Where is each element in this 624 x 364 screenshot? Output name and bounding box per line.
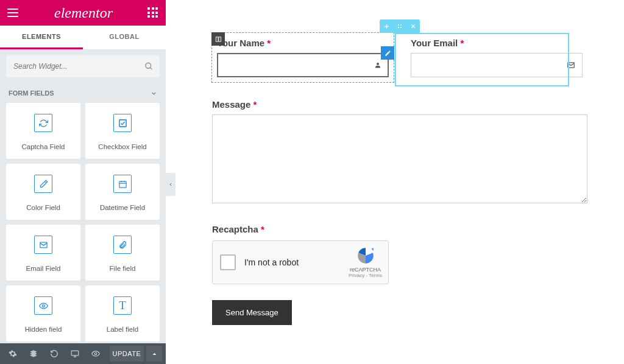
- svg-point-17: [400, 24, 402, 26]
- section-controls: [380, 19, 420, 33]
- preview-icon[interactable]: [87, 345, 105, 363]
- canvas: Your Name * Your Email * Message * Recap…: [176, 0, 624, 364]
- tab-global[interactable]: GLOBAL: [83, 26, 166, 49]
- svg-point-0: [146, 63, 151, 68]
- svg-marker-27: [371, 248, 373, 251]
- recaptcha-checkbox[interactable]: [220, 254, 236, 270]
- widgets-grid: Captcha Field Checkbox Field Color Field…: [0, 103, 166, 343]
- svg-rect-3: [119, 181, 126, 187]
- recaptcha-widget: I'm not a robot reCAPTCHA Privacy - Term…: [212, 240, 389, 284]
- settings-icon[interactable]: [4, 345, 22, 363]
- name-field-column[interactable]: Your Name *: [212, 33, 394, 82]
- widget-email-field[interactable]: Email Field: [6, 225, 80, 281]
- responsive-icon[interactable]: [66, 345, 84, 363]
- text-icon: T: [113, 296, 132, 315]
- checkbox-icon: [113, 114, 132, 132]
- recaptcha-logo-icon: [355, 246, 376, 265]
- search-input[interactable]: [6, 55, 160, 77]
- widget-checkbox-field[interactable]: Checkbox Field: [85, 103, 160, 159]
- message-textarea[interactable]: [212, 114, 587, 203]
- section-form-fields[interactable]: FORM FIELDS: [0, 83, 166, 103]
- user-icon: [374, 61, 381, 69]
- panel-tabs: ELEMENTS GLOBAL: [0, 26, 166, 49]
- apps-icon[interactable]: [147, 7, 158, 18]
- widget-color-field[interactable]: Color Field: [6, 164, 80, 220]
- svg-rect-9: [71, 351, 79, 355]
- svg-rect-24: [218, 37, 221, 41]
- drag-section-icon[interactable]: [393, 19, 406, 33]
- widget-hidden-field[interactable]: Hidden field: [6, 285, 80, 341]
- svg-point-19: [400, 27, 402, 28]
- name-label: Your Name *: [217, 38, 389, 48]
- widget-datetime-field[interactable]: Datetime Field: [85, 164, 160, 220]
- refresh-icon: [34, 114, 52, 132]
- logo: elementor: [54, 5, 113, 21]
- search-wrap: [0, 49, 166, 83]
- message-field-block: Message *: [212, 99, 587, 206]
- email-input[interactable]: [411, 53, 583, 77]
- name-input[interactable]: [217, 53, 389, 77]
- tab-elements[interactable]: ELEMENTS: [0, 26, 83, 49]
- sidebar-footer: UPDATE: [0, 343, 166, 364]
- svg-point-25: [377, 63, 379, 65]
- eyedropper-icon: [34, 175, 52, 193]
- message-label: Message *: [212, 99, 587, 110]
- svg-point-8: [42, 304, 44, 307]
- paperclip-icon: [113, 236, 132, 254]
- calendar-icon: [113, 175, 132, 193]
- recaptcha-terms-link[interactable]: Privacy - Terms: [349, 273, 382, 278]
- envelope-icon: [567, 61, 575, 69]
- collapse-sidebar-button[interactable]: [166, 173, 176, 196]
- close-section-icon[interactable]: [406, 19, 420, 33]
- widget-label-field[interactable]: T Label field: [85, 285, 160, 341]
- envelope-icon: [34, 236, 52, 254]
- svg-point-16: [398, 24, 399, 26]
- recaptcha-block: Recaptcha * I'm not a robot reCAPTCHA Pr…: [212, 224, 587, 284]
- sidebar-header: elementor: [0, 0, 166, 26]
- svg-line-1: [150, 68, 152, 69]
- widget-captcha-field[interactable]: Captcha Field: [6, 103, 80, 159]
- form-row: Your Name * Your Email *: [212, 33, 587, 82]
- edit-widget-icon[interactable]: [381, 46, 394, 60]
- widget-file-field[interactable]: File field: [85, 225, 160, 281]
- svg-point-18: [398, 27, 399, 28]
- submit-button[interactable]: Send Message: [212, 300, 292, 325]
- search-icon[interactable]: [144, 62, 154, 71]
- navigator-icon[interactable]: [24, 345, 43, 363]
- email-label: Your Email *: [411, 38, 583, 48]
- recaptcha-label: Recaptcha *: [212, 224, 587, 234]
- svg-point-12: [94, 352, 97, 355]
- chevron-down-icon: [151, 90, 157, 97]
- update-button[interactable]: UPDATE: [110, 346, 144, 362]
- history-icon[interactable]: [45, 345, 63, 363]
- eye-icon: [34, 296, 52, 315]
- section-title: FORM FIELDS: [9, 89, 54, 97]
- menu-icon[interactable]: [7, 7, 20, 19]
- recaptcha-badge: reCAPTCHA Privacy - Terms: [349, 246, 382, 278]
- email-field-column[interactable]: Your Email *: [406, 33, 587, 82]
- add-section-icon[interactable]: [380, 19, 393, 33]
- update-options-button[interactable]: [146, 346, 162, 362]
- recaptcha-text: I'm not a robot: [244, 257, 299, 267]
- svg-rect-23: [216, 37, 218, 41]
- svg-marker-13: [152, 353, 156, 355]
- column-handle-icon[interactable]: [211, 32, 225, 46]
- sidebar-panel: elementor ELEMENTS GLOBAL FORM FIELDS Ca…: [0, 0, 166, 364]
